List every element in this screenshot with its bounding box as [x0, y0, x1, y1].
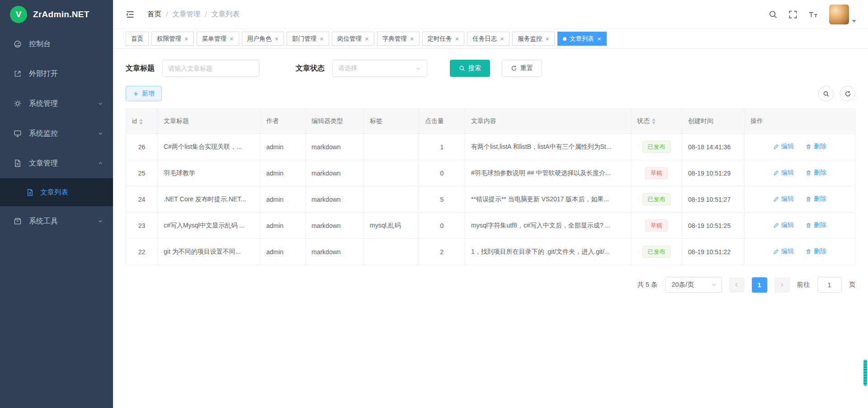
edit-button[interactable]: 编辑 [773, 169, 794, 177]
cell-title: C#两个list集合实现关联，... [158, 134, 260, 160]
close-tab-icon[interactable] [365, 35, 369, 42]
delete-button[interactable]: 删除 [806, 169, 826, 177]
close-tab-icon[interactable] [410, 35, 414, 42]
cell-author: admin [260, 160, 306, 186]
next-page-button[interactable] [774, 277, 790, 293]
sort-caret-icon[interactable] [652, 118, 656, 124]
sort-caret-icon[interactable] [139, 119, 143, 125]
breadcrumb-home[interactable]: 首页 [147, 9, 161, 19]
cell-id: 23 [126, 213, 158, 239]
add-button[interactable]: 新增 [126, 86, 162, 101]
close-tab-icon[interactable] [184, 35, 189, 42]
user-avatar[interactable] [829, 5, 849, 24]
status-badge: 草稿 [645, 167, 668, 179]
tab-article-list[interactable]: 文章列表 [557, 32, 607, 46]
user-menu[interactable] [829, 5, 856, 24]
cell-status: 草稿 [631, 160, 682, 186]
search-button[interactable]: 搜索 [450, 60, 490, 77]
column-header-clicks: 点击量 [419, 109, 465, 134]
goto-page-input[interactable] [817, 277, 842, 293]
sidebar-item-system-monitor[interactable]: 系统监控 [0, 119, 113, 148]
sidebar-item-article-manage[interactable]: 文章管理 [0, 148, 113, 178]
delete-button[interactable]: 删除 [806, 195, 826, 203]
filter-bar: 文章标题 文章状态 请选择 搜索 重置 [126, 60, 855, 77]
cell-clicks: 1 [419, 134, 465, 160]
table-row[interactable]: 22 git 为不同的项目设置不同... admin markdown 2 1，… [126, 239, 855, 265]
cell-actions: 编辑 删除 [745, 213, 855, 239]
status-badge: 已发布 [642, 193, 671, 205]
sidebar-subitem-label: 文章列表 [40, 188, 68, 197]
logo[interactable]: V ZrAdmin.NET [0, 0, 113, 29]
tab-scheduled-task[interactable]: 定时任务 [422, 32, 465, 46]
column-header-created: 创建时间 [682, 109, 745, 134]
close-tab-icon[interactable] [500, 35, 504, 42]
sidebar-item-external-open[interactable]: 外部打开 [0, 59, 113, 89]
font-size-icon[interactable] [808, 10, 818, 19]
close-tab-icon[interactable] [230, 35, 234, 42]
close-tab-icon[interactable] [320, 35, 324, 42]
reset-button[interactable]: 重置 [502, 60, 542, 77]
sidebar-item-system-tools[interactable]: 系统工具 [0, 206, 113, 236]
cell-actions: 编辑 删除 [745, 160, 855, 186]
page-size-select[interactable]: 20条/页 [665, 277, 722, 293]
cell-clicks: 5 [419, 186, 465, 213]
reset-button-label: 重置 [520, 64, 533, 72]
refresh-table-icon[interactable] [840, 86, 855, 101]
sidebar-item-label: 系统管理 [29, 99, 58, 109]
table-row[interactable]: 26 C#两个list集合实现关联，... admin markdown 1 有… [126, 134, 855, 160]
sidebar-item-article-list[interactable]: 文章列表 [0, 178, 113, 206]
search-icon [459, 65, 465, 71]
column-header-author: 作者 [260, 109, 306, 134]
tab-user-role[interactable]: 用户角色 [242, 32, 284, 46]
tab-home[interactable]: 首页 [126, 32, 149, 46]
breadcrumb-article-manage[interactable]: 文章管理 [172, 9, 200, 19]
tab-service-monitor[interactable]: 服务监控 [512, 32, 555, 46]
close-tab-icon[interactable] [275, 35, 279, 42]
close-tab-icon[interactable] [597, 35, 601, 42]
page-number-1[interactable]: 1 [752, 277, 767, 293]
collapse-sidebar-icon[interactable] [126, 10, 135, 19]
article-status-select[interactable]: 请选择 [332, 60, 427, 77]
column-header-status[interactable]: 状态 [631, 109, 682, 134]
fullscreen-icon[interactable] [788, 10, 797, 19]
show-search-icon[interactable] [818, 86, 834, 101]
cell-title: git 为不同的项目设置不同... [158, 239, 260, 265]
prev-page-button[interactable] [729, 277, 745, 293]
edit-button[interactable]: 编辑 [773, 142, 794, 151]
sidebar-item-dashboard[interactable]: 控制台 [0, 29, 113, 59]
table-row[interactable]: 25 羽毛球教学 admin markdown 0 #羽毛球拍参数说明 ## 中… [126, 160, 855, 186]
search-icon[interactable] [769, 10, 778, 19]
cell-id: 24 [126, 186, 158, 213]
column-header-id[interactable]: id [126, 109, 158, 134]
edit-button[interactable]: 编辑 [773, 195, 794, 203]
scrollbar-thumb[interactable] [863, 360, 867, 386]
table-row[interactable]: 23 c#写入Mysql中文显示乱码 ... admin markdown my… [126, 213, 855, 239]
article-title-input[interactable] [162, 60, 259, 77]
tab-dept-manage[interactable]: 部门管理 [287, 32, 329, 46]
cell-actions: 编辑 删除 [745, 239, 855, 265]
status-badge: 已发布 [642, 246, 671, 258]
delete-button[interactable]: 删除 [806, 247, 826, 256]
cell-tags [364, 186, 419, 213]
sidebar-item-system-manage[interactable]: 系统管理 [0, 89, 113, 119]
tab-permission-manage[interactable]: 权限管理 [151, 32, 194, 46]
edit-button[interactable]: 编辑 [773, 221, 794, 229]
table-row[interactable]: 24 .NET Core 发布时提示.NET... admin markdown… [126, 186, 855, 213]
tab-post-manage[interactable]: 岗位管理 [332, 32, 374, 46]
close-tab-icon[interactable] [455, 35, 459, 42]
delete-button[interactable]: 删除 [806, 221, 826, 229]
edit-button[interactable]: 编辑 [773, 247, 794, 256]
tab-dict-manage[interactable]: 字典管理 [377, 32, 420, 46]
topbar-actions [769, 5, 856, 24]
close-tab-icon[interactable] [545, 35, 549, 42]
cell-id: 25 [126, 160, 158, 186]
tab-menu-manage[interactable]: 菜单管理 [197, 32, 239, 46]
delete-button[interactable]: 删除 [806, 142, 826, 151]
tab-task-log[interactable]: 任务日志 [467, 32, 509, 46]
chevron-up-icon [98, 161, 103, 166]
column-header-tags: 标签 [364, 109, 419, 134]
document-icon [26, 189, 34, 196]
caret-down-icon [852, 20, 856, 23]
sidebar-item-label: 控制台 [29, 39, 51, 49]
cell-content: mysql字符集utf8，c#写入中文后，全部显示成? ... [465, 213, 631, 239]
